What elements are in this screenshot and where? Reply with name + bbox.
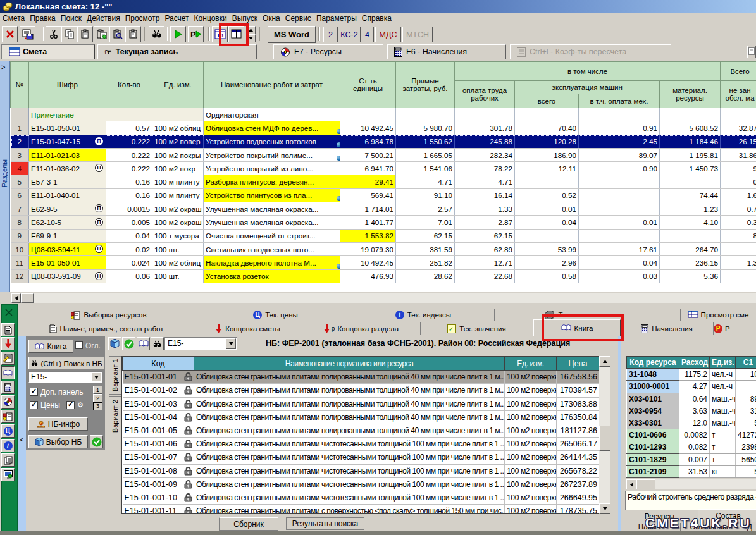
svg-text:✓: ✓ [449, 326, 454, 333]
svg-text:P: P [190, 30, 196, 39]
svg-text:?: ? [40, 421, 42, 426]
